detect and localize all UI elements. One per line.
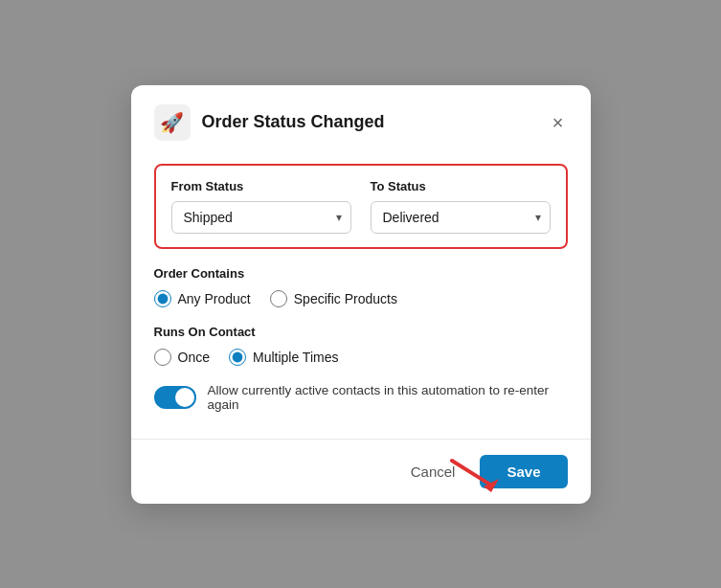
toggle-knob bbox=[175, 388, 194, 407]
modal-footer: Cancel Save bbox=[131, 439, 591, 504]
once-label: Once bbox=[178, 350, 210, 365]
re-enter-toggle[interactable] bbox=[154, 386, 196, 409]
order-contains-label: Order Contains bbox=[154, 266, 568, 281]
modal-title: Order Status Changed bbox=[202, 112, 549, 132]
any-product-radio[interactable] bbox=[154, 290, 171, 307]
multiple-times-radio[interactable] bbox=[229, 349, 246, 366]
close-button[interactable]: × bbox=[549, 109, 568, 136]
specific-products-label: Specific Products bbox=[294, 291, 397, 306]
modal-header: 🚀 Order Status Changed × bbox=[131, 85, 591, 156]
from-status-group: From Status Shipped Any Delivered Proces… bbox=[171, 179, 351, 234]
any-product-label: Any Product bbox=[178, 291, 251, 306]
to-status-label: To Status bbox=[371, 179, 551, 193]
status-row: From Status Shipped Any Delivered Proces… bbox=[171, 179, 551, 234]
to-status-select-wrapper: Delivered Any Shipped Processing Pending… bbox=[371, 201, 551, 234]
runs-on-contact-label: Runs On Contact bbox=[154, 325, 568, 339]
status-section: From Status Shipped Any Delivered Proces… bbox=[154, 164, 568, 249]
to-status-select[interactable]: Delivered Any Shipped Processing Pending bbox=[371, 201, 551, 234]
to-status-group: To Status Delivered Any Shipped Processi… bbox=[371, 179, 551, 234]
once-radio[interactable] bbox=[154, 349, 171, 366]
any-product-option[interactable]: Any Product bbox=[154, 290, 251, 307]
multiple-times-label: Multiple Times bbox=[253, 350, 338, 365]
once-option[interactable]: Once bbox=[154, 349, 210, 366]
from-status-select[interactable]: Shipped Any Delivered Processing Pending bbox=[171, 201, 351, 234]
toggle-label: Allow currently active contacts in this … bbox=[208, 383, 568, 412]
runs-on-contact-radio-group: Once Multiple Times bbox=[154, 349, 568, 366]
modal-overlay: 🚀 Order Status Changed × From Status Shi… bbox=[0, 0, 721, 588]
save-button[interactable]: Save bbox=[480, 455, 567, 488]
modal-body: From Status Shipped Any Delivered Proces… bbox=[131, 156, 591, 439]
multiple-times-option[interactable]: Multiple Times bbox=[229, 349, 338, 366]
specific-products-radio[interactable] bbox=[270, 290, 287, 307]
from-status-select-wrapper: Shipped Any Delivered Processing Pending… bbox=[171, 201, 351, 234]
modal: 🚀 Order Status Changed × From Status Shi… bbox=[131, 85, 591, 504]
toggle-row: Allow currently active contacts in this … bbox=[154, 383, 568, 412]
cancel-button[interactable]: Cancel bbox=[397, 456, 469, 487]
from-status-label: From Status bbox=[171, 179, 351, 193]
order-contains-radio-group: Any Product Specific Products bbox=[154, 290, 568, 307]
specific-products-option[interactable]: Specific Products bbox=[270, 290, 397, 307]
order-status-icon: 🚀 bbox=[154, 104, 191, 141]
